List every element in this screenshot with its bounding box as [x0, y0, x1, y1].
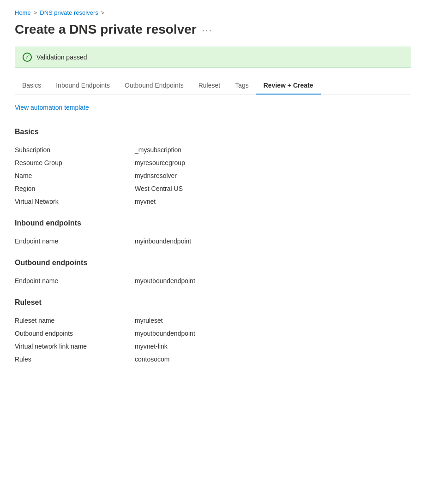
page-header: Create a DNS private resolver ···	[15, 22, 411, 37]
field-row-subscription: Subscription _mysubscription	[15, 143, 411, 156]
breadcrumb-sep1: >	[34, 9, 37, 16]
field-row-rules: Rules contosocom	[15, 353, 411, 366]
field-label-region: Region	[15, 185, 135, 192]
tabs-container: Basics Inbound Endpoints Outbound Endpoi…	[15, 77, 411, 95]
field-value-resource-group: myresourcegroup	[135, 159, 185, 166]
tab-basics[interactable]: Basics	[15, 77, 48, 95]
field-value-outbound-endpoint-name: myoutboundendpoint	[135, 277, 195, 285]
outbound-endpoints-title: Outbound endpoints	[15, 259, 411, 267]
field-value-vnet-link-name: myvnet-link	[135, 343, 168, 350]
tab-inbound-endpoints[interactable]: Inbound Endpoints	[48, 77, 117, 95]
breadcrumb-dns-resolvers[interactable]: DNS private resolvers	[40, 9, 98, 16]
page-container: Home > DNS private resolvers > Create a …	[0, 0, 426, 395]
breadcrumb: Home > DNS private resolvers >	[15, 9, 411, 16]
inbound-endpoints-section: Inbound endpoints Endpoint name myinboun…	[15, 219, 411, 248]
field-value-inbound-endpoint-name: myinboundendpoint	[135, 237, 191, 245]
tab-ruleset[interactable]: Ruleset	[191, 77, 228, 95]
validation-banner: ✓ Validation passed	[15, 47, 411, 68]
field-value-subscription: _mysubscription	[135, 146, 181, 154]
outbound-endpoints-section: Outbound endpoints Endpoint name myoutbo…	[15, 259, 411, 287]
tab-tags[interactable]: Tags	[228, 77, 256, 95]
field-label-virtual-network: Virtual Network	[15, 198, 135, 205]
tab-outbound-endpoints[interactable]: Outbound Endpoints	[117, 77, 191, 95]
field-label-ruleset-outbound-endpoints: Outbound endpoints	[15, 330, 135, 337]
inbound-endpoints-title: Inbound endpoints	[15, 219, 411, 227]
field-value-ruleset-name: myruleset	[135, 317, 163, 324]
ruleset-section-title: Ruleset	[15, 298, 411, 307]
basics-section-title: Basics	[15, 128, 411, 136]
field-row-ruleset-name: Ruleset name myruleset	[15, 314, 411, 327]
field-row-name: Name mydnsresolver	[15, 169, 411, 182]
field-label-ruleset-name: Ruleset name	[15, 317, 135, 324]
field-row-ruleset-outbound-endpoints: Outbound endpoints myoutboundendpoint	[15, 327, 411, 340]
tab-review-create[interactable]: Review + Create	[256, 77, 321, 95]
field-label-name: Name	[15, 172, 135, 179]
field-label-outbound-endpoint-name: Endpoint name	[15, 277, 135, 285]
more-options-button[interactable]: ···	[202, 25, 213, 36]
field-value-region: West Central US	[135, 185, 183, 192]
field-value-rules: contosocom	[135, 356, 169, 363]
field-row-outbound-endpoint-name: Endpoint name myoutboundendpoint	[15, 274, 411, 287]
field-label-inbound-endpoint-name: Endpoint name	[15, 237, 135, 245]
field-row-inbound-endpoint-name: Endpoint name myinboundendpoint	[15, 235, 411, 248]
validation-text: Validation passed	[36, 53, 87, 61]
field-value-name: mydnsresolver	[135, 172, 177, 179]
field-label-vnet-link-name: Virtual network link name	[15, 343, 135, 350]
field-row-virtual-network: Virtual Network myvnet	[15, 195, 411, 208]
breadcrumb-sep2: >	[101, 9, 105, 16]
basics-section: Basics Subscription _mysubscription Reso…	[15, 128, 411, 208]
field-label-subscription: Subscription	[15, 146, 135, 154]
field-row-vnet-link-name: Virtual network link name myvnet-link	[15, 340, 411, 353]
field-row-resource-group: Resource Group myresourcegroup	[15, 156, 411, 169]
field-value-virtual-network: myvnet	[135, 198, 156, 205]
validation-icon: ✓	[23, 53, 32, 62]
ruleset-section: Ruleset Ruleset name myruleset Outbound …	[15, 298, 411, 366]
page-title: Create a DNS private resolver	[15, 22, 197, 37]
field-label-resource-group: Resource Group	[15, 159, 135, 166]
field-row-region: Region West Central US	[15, 182, 411, 195]
breadcrumb-home[interactable]: Home	[15, 9, 31, 16]
field-label-rules: Rules	[15, 356, 135, 363]
view-automation-template-link[interactable]: View automation template	[15, 104, 89, 111]
field-value-ruleset-outbound-endpoints: myoutboundendpoint	[135, 330, 195, 337]
